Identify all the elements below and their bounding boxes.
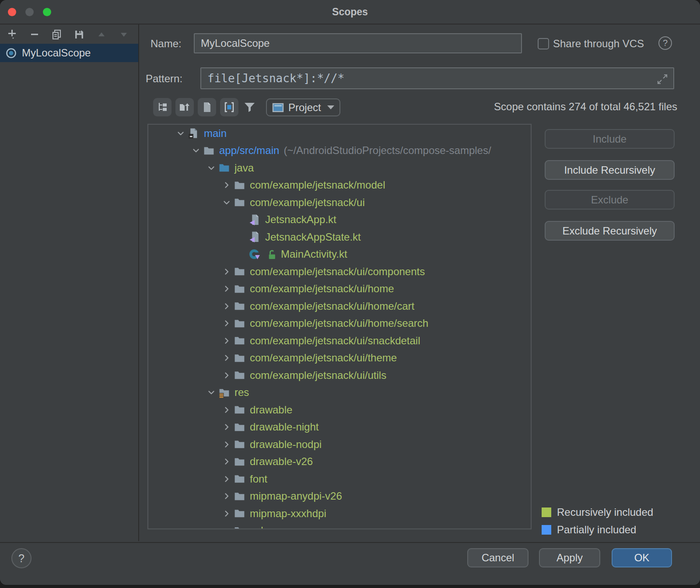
tree-row[interactable]: main xyxy=(148,125,531,142)
tree-row[interactable]: java xyxy=(148,159,531,177)
chevron-collapsed-icon[interactable] xyxy=(220,352,234,364)
chevron-collapsed-icon[interactable] xyxy=(220,421,234,433)
expand-pattern-icon[interactable] xyxy=(656,73,669,86)
chevron-collapsed-icon[interactable] xyxy=(220,301,234,312)
folder-icon xyxy=(234,300,245,312)
tree-row[interactable]: res xyxy=(148,384,531,402)
zoom-window-button[interactable] xyxy=(43,8,51,16)
show-hierarchy-toggle[interactable] xyxy=(153,98,172,116)
tree-item-path-suffix: (~/AndroidStudioProjects/compose-samples… xyxy=(284,144,491,157)
view-selector-dropdown[interactable]: Project xyxy=(266,98,340,116)
chevron-expanded-icon[interactable] xyxy=(204,162,218,174)
chevron-collapsed-icon[interactable] xyxy=(220,404,234,416)
tree-row[interactable]: drawable-night xyxy=(148,419,531,436)
share-through-vcs-checkbox[interactable] xyxy=(538,38,549,49)
chevron-collapsed-icon[interactable] xyxy=(220,335,234,346)
tree-row[interactable]: JetsnackApp.kt xyxy=(148,211,531,229)
chevron-collapsed-icon[interactable] xyxy=(220,473,234,485)
tree-row[interactable]: com/example/jetsnack/ui/home xyxy=(148,280,531,298)
chevron-collapsed-icon[interactable] xyxy=(220,490,234,502)
legend-swatch xyxy=(542,525,551,535)
chevron-spacer xyxy=(235,231,249,243)
exclude-recursively-button[interactable]: Exclude Recursively xyxy=(545,221,675,241)
tree-row[interactable]: com/example/jetsnack/ui/components xyxy=(148,263,531,280)
name-input-value: MyLocalScope xyxy=(201,37,270,49)
include-recursively-button[interactable]: Include Recursively xyxy=(545,160,675,180)
folder-icon xyxy=(234,525,245,529)
tree-item-label: res xyxy=(234,386,249,399)
chevron-expanded-icon[interactable] xyxy=(189,145,203,156)
chevron-expanded-icon[interactable] xyxy=(204,387,218,398)
vcs-help-icon[interactable]: ? xyxy=(658,36,672,50)
tree-row[interactable]: drawable-nodpi xyxy=(148,436,531,453)
chevron-collapsed-icon[interactable] xyxy=(220,508,234,519)
tree-row[interactable]: values xyxy=(148,522,531,530)
close-window-button[interactable] xyxy=(8,8,16,16)
tree-row[interactable]: com/example/jetsnack/ui/theme xyxy=(148,350,531,367)
show-included-toggle[interactable] xyxy=(220,98,238,116)
cancel-button[interactable]: Cancel xyxy=(467,548,528,567)
tree-row[interactable]: com/example/jetsnack/ui/home/search xyxy=(148,315,531,332)
tree-row[interactable]: com/example/jetsnack/ui/utils xyxy=(148,367,531,384)
tree-row[interactable]: mipmap-xxxhdpi xyxy=(148,505,531,522)
scope-list-sidebar: MyLocalScope xyxy=(0,24,139,541)
chevron-collapsed-icon[interactable] xyxy=(220,318,234,329)
folder-icon xyxy=(234,266,245,277)
chevron-collapsed-icon[interactable] xyxy=(220,439,234,450)
pattern-input[interactable]: file[Jetsnack*]:*//* xyxy=(200,67,674,89)
tree-row[interactable]: com/example/jetsnack/model xyxy=(148,177,531,194)
tree-row[interactable]: font xyxy=(148,470,531,488)
tree-item-label: com/example/jetsnack/ui/components xyxy=(250,266,425,278)
chevron-expanded-icon[interactable] xyxy=(220,525,234,529)
remove-scope-icon[interactable] xyxy=(29,29,40,40)
tree-item-label: main xyxy=(204,127,227,140)
tree-row[interactable]: com/example/jetsnack/ui xyxy=(148,194,531,211)
tree-item-label: values xyxy=(250,525,280,529)
folder-icon xyxy=(234,179,245,191)
tree-row[interactable]: com/example/jetsnack/ui/home/cart xyxy=(148,298,531,315)
tree-row[interactable]: MainActivity.kt xyxy=(148,246,531,263)
folder-icon xyxy=(234,335,245,346)
tree-item-label: JetsnackAppState.kt xyxy=(265,231,361,243)
tree-item-label: com/example/jetsnack/ui xyxy=(250,196,365,209)
chevron-collapsed-icon[interactable] xyxy=(220,266,234,277)
include-button[interactable]: Include xyxy=(545,129,675,149)
tree-row[interactable]: mipmap-anydpi-v26 xyxy=(148,488,531,505)
sidebar-item-mylocalscope[interactable]: MyLocalScope xyxy=(0,44,138,62)
show-modules-toggle[interactable] xyxy=(175,98,194,116)
name-input[interactable]: MyLocalScope xyxy=(194,33,522,53)
copy-scope-icon[interactable] xyxy=(52,29,62,40)
chevron-collapsed-icon[interactable] xyxy=(220,370,234,381)
folder-src-icon xyxy=(218,162,230,174)
exclude-button[interactable]: Exclude xyxy=(545,190,675,210)
legend: Recursively includedPartially included xyxy=(542,507,653,535)
chevron-expanded-icon[interactable] xyxy=(220,197,234,208)
chevron-spacer xyxy=(235,248,249,260)
tree-item-label: MainActivity.kt xyxy=(281,248,347,260)
ok-button[interactable]: OK xyxy=(612,548,672,567)
folder-icon xyxy=(234,456,245,468)
tree-row[interactable]: app/src/main(~/AndroidStudioProjects/com… xyxy=(148,142,531,160)
tree-item-label: com/example/jetsnack/ui/theme xyxy=(250,352,397,364)
chevron-collapsed-icon[interactable] xyxy=(220,456,234,467)
chevron-collapsed-icon[interactable] xyxy=(220,179,234,191)
help-button[interactable]: ? xyxy=(11,548,32,568)
tree-row[interactable]: drawable-v26 xyxy=(148,453,531,471)
tree-row[interactable]: drawable xyxy=(148,401,531,419)
kotlin-file-icon xyxy=(249,231,261,243)
tree-item-label: com/example/jetsnack/ui/home/cart xyxy=(250,300,414,312)
add-scope-icon[interactable] xyxy=(7,29,18,40)
legend-item: Recursively included xyxy=(542,507,653,518)
save-scope-icon[interactable] xyxy=(74,29,84,40)
tree-row[interactable]: com/example/jetsnack/ui/snackdetail xyxy=(148,332,531,350)
chevron-spacer xyxy=(235,214,249,225)
filter-scopes-icon[interactable] xyxy=(243,101,256,114)
tree-row[interactable]: JetsnackAppState.kt xyxy=(148,228,531,246)
show-files-toggle[interactable] xyxy=(198,98,216,116)
chevron-collapsed-icon[interactable] xyxy=(220,283,234,294)
legend-label: Partially included xyxy=(557,524,636,536)
chevron-expanded-icon[interactable] xyxy=(174,128,188,139)
tree-item-label: mipmap-xxxhdpi xyxy=(250,508,326,520)
tree-item-label: drawable-night xyxy=(250,421,318,433)
apply-button[interactable]: Apply xyxy=(539,548,600,567)
